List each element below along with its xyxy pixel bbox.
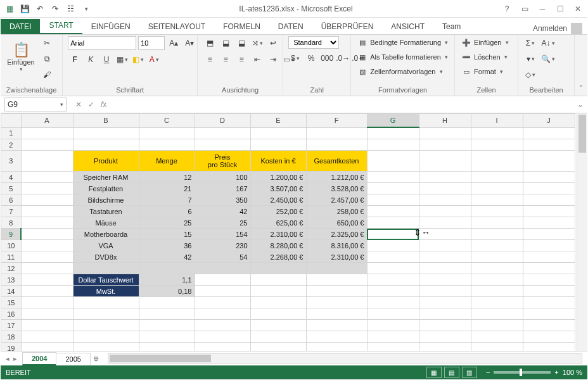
format-cells-button[interactable]: ▭Format	[460, 65, 504, 78]
col-E[interactable]: E	[250, 114, 306, 128]
hdr-produkt[interactable]: Produkt	[73, 151, 139, 172]
cell[interactable]: 8.316,00 €	[306, 240, 367, 251]
zoom-in-icon[interactable]: +	[554, 369, 558, 376]
row-19[interactable]: 19	[1, 343, 22, 352]
row-12[interactable]: 12	[1, 263, 22, 274]
formula-input[interactable]	[106, 98, 573, 111]
align-middle-icon[interactable]: ⬓	[219, 36, 233, 50]
cell[interactable]: Speicher RAM	[73, 172, 139, 183]
cell[interactable]: 3.528,00 €	[306, 183, 367, 194]
cell[interactable]: 42	[139, 251, 195, 263]
bold-icon[interactable]: F	[68, 53, 82, 66]
font-color-icon[interactable]: A	[147, 53, 161, 66]
expand-formula-bar-icon[interactable]: ⌄	[573, 100, 587, 109]
row-8[interactable]: 8	[1, 217, 22, 229]
sheet-nav-last-icon[interactable]: ▸	[13, 355, 17, 363]
cell[interactable]: 2.450,00 €	[250, 194, 306, 206]
row-13[interactable]: 13	[1, 274, 22, 286]
paste-button[interactable]: 📋 Einfügen ▾	[6, 36, 36, 78]
enter-formula-icon[interactable]: ✓	[88, 100, 94, 109]
row-3[interactable]: 3	[1, 151, 22, 172]
cell[interactable]: MwSt.	[73, 286, 139, 297]
cell[interactable]: Mäuse	[73, 217, 139, 229]
row-14[interactable]: 14	[1, 286, 22, 297]
cell[interactable]: 154	[195, 229, 250, 240]
row-2[interactable]: 2	[1, 139, 22, 151]
hdr-menge[interactable]: Menge	[139, 151, 195, 172]
row-7[interactable]: 7	[1, 206, 22, 217]
close-icon[interactable]: ✕	[572, 4, 584, 13]
fx-icon[interactable]: fx	[101, 100, 106, 109]
cell[interactable]: 2.268,00 €	[250, 251, 306, 263]
cell[interactable]: 350	[195, 194, 250, 206]
cell[interactable]: 7	[139, 194, 195, 206]
cell[interactable]: 2.310,00 €	[250, 229, 306, 240]
minimize-icon[interactable]: ─	[537, 4, 548, 13]
collapse-ribbon-icon[interactable]: ˄	[575, 35, 587, 96]
row-6[interactable]: 6	[1, 194, 22, 206]
help-icon[interactable]: ?	[501, 4, 513, 13]
active-cell[interactable]	[367, 229, 419, 240]
undo-icon[interactable]: ↶	[35, 4, 45, 14]
shrink-font-icon[interactable]: A▾	[182, 36, 196, 50]
row-4[interactable]: 4	[1, 172, 22, 183]
copy-icon[interactable]: ⧉	[40, 52, 54, 66]
col-H[interactable]: H	[419, 114, 471, 128]
cell[interactable]: 21	[139, 183, 195, 194]
percent-icon[interactable]: %	[304, 51, 318, 65]
cut-icon[interactable]: ✂	[40, 36, 54, 50]
col-F[interactable]: F	[306, 114, 367, 128]
format-as-table-button[interactable]: ▦Als Tabelle formatieren	[356, 51, 449, 63]
tab-formeln[interactable]: FORMELN	[214, 19, 269, 34]
row-17[interactable]: 17	[1, 320, 22, 331]
name-box[interactable]: G9▾	[4, 98, 67, 111]
cell[interactable]: Dollar Tauschwert	[73, 274, 139, 286]
view-pagebreak-icon[interactable]: ▥	[462, 367, 477, 378]
italic-icon[interactable]: K	[84, 53, 98, 66]
redo-icon[interactable]: ↷	[50, 4, 60, 14]
row-11[interactable]: 11	[1, 251, 22, 263]
align-top-icon[interactable]: ⬒	[203, 36, 217, 50]
cell[interactable]: Tastaturen	[73, 206, 139, 217]
zoom-slider[interactable]	[494, 371, 551, 374]
cell[interactable]: VGA	[73, 240, 139, 251]
sheet-nav-first-icon[interactable]: ◂	[6, 355, 10, 363]
view-normal-icon[interactable]: ▦	[426, 367, 442, 378]
col-C[interactable]: C	[139, 114, 195, 128]
ribbon-options-icon[interactable]: ▭	[519, 4, 530, 13]
font-size-select[interactable]	[138, 36, 165, 50]
cell[interactable]: 25	[195, 217, 250, 229]
hdr-gesamt[interactable]: Gesamtkosten	[306, 151, 367, 172]
number-format-select[interactable]: Standard	[288, 36, 339, 49]
cell[interactable]: Bildschirme	[73, 194, 139, 206]
cell[interactable]: 650,00 €	[306, 217, 367, 229]
cell[interactable]: 2.457,00 €	[306, 194, 367, 206]
cell[interactable]: 258,00 €	[306, 206, 367, 217]
row-16[interactable]: 16	[1, 308, 22, 320]
avatar-icon[interactable]	[571, 23, 582, 34]
cell[interactable]: Motherboarda	[73, 229, 139, 240]
currency-icon[interactable]: $	[288, 51, 302, 65]
view-pagelayout-icon[interactable]: ▤	[444, 367, 459, 378]
tab-seitenlayout[interactable]: SEITENLAYOUT	[139, 19, 214, 34]
indent-increase-icon[interactable]: ⇥	[266, 53, 280, 66]
horizontal-scrollbar[interactable]	[108, 353, 582, 364]
row-10[interactable]: 10	[1, 240, 22, 251]
cell[interactable]: 167	[195, 183, 250, 194]
underline-icon[interactable]: U	[99, 53, 113, 66]
signin-link[interactable]: Anmelden	[533, 24, 567, 33]
cell[interactable]: 2.325,00 €	[306, 229, 367, 240]
row-1[interactable]: 1	[1, 127, 22, 139]
cell[interactable]: 1.200,00 €	[250, 172, 306, 183]
find-select-icon[interactable]: 🔍	[541, 52, 555, 66]
grow-font-icon[interactable]: A▴	[167, 36, 181, 50]
indent-decrease-icon[interactable]: ⇤	[250, 53, 264, 66]
cell[interactable]: 0,18	[139, 286, 195, 297]
cell[interactable]: 1,1	[139, 274, 195, 286]
cell[interactable]: Festplatten	[73, 183, 139, 194]
autosum-icon[interactable]: Σ	[523, 36, 537, 50]
cancel-formula-icon[interactable]: ✕	[75, 100, 82, 109]
row-18[interactable]: 18	[1, 331, 22, 343]
border-icon[interactable]: ▦	[115, 53, 129, 66]
sort-filter-icon[interactable]: A↓	[541, 36, 555, 50]
